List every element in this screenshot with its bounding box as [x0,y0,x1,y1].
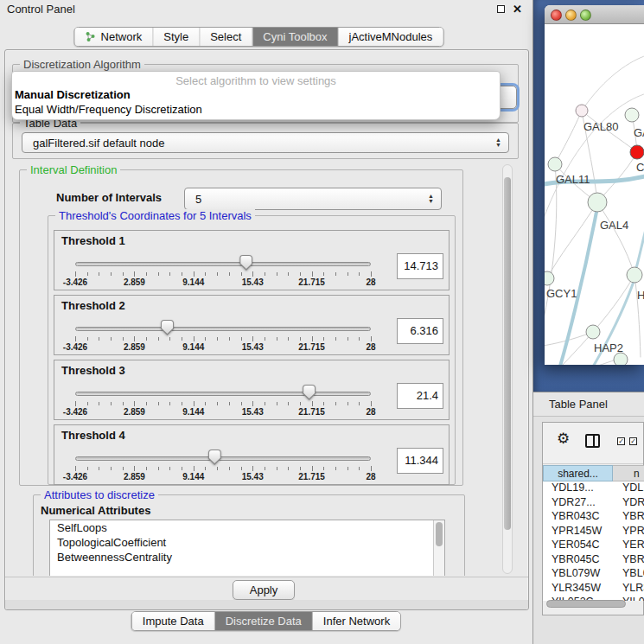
tab-jactivemnodules[interactable]: jActiveMNodules [338,28,443,46]
divider [5,577,528,577]
group-label: Threshold's Coordinates for 5 Intervals [55,209,255,222]
table-row[interactable]: YBL079WYBL0 [543,567,644,582]
threshold-value-field[interactable]: 21.4 [397,383,443,409]
threshold-value-field[interactable]: 14.713 [397,253,443,279]
slider-thumb[interactable] [208,450,221,465]
close-traffic-light-icon[interactable] [551,10,562,21]
network-node [630,145,644,159]
network-edge [555,111,582,164]
tab-style[interactable]: Style [153,28,200,46]
table-rows: YDL19...YDL1YDR27...YDR2YBR043CYBR0YPR14… [543,481,644,601]
tab-infer-network[interactable]: Infer Network [313,612,400,630]
num-intervals-label: Number of Intervals [56,191,162,204]
dropdown-option-manual[interactable]: Manual Discretization [12,87,500,102]
top-tab-bar: NetworkStyleSelectCyni ToolboxjActiveMNo… [74,27,444,47]
network-node-label: GAL4 [600,219,628,232]
attribute-item[interactable]: BetweennessCentrality [50,550,444,564]
tab-select[interactable]: Select [200,28,252,46]
table-data-group: Table Data galFiltered.sif default node … [12,123,519,159]
minimize-traffic-light-icon[interactable] [565,10,577,21]
table-row[interactable]: YPR145WYPR1 [543,525,644,539]
table-horizontal-scrollbar[interactable] [545,600,641,609]
network-edge [593,275,634,332]
column-header-name[interactable]: n [613,465,644,481]
dropdown-option-equal-width[interactable]: Equal Width/Frequency Discretization [12,102,500,117]
network-edge [545,358,621,365]
network-node-label: C [636,161,644,174]
table-data-combobox[interactable]: galFiltered.sif default node ▲▼ [22,132,509,153]
network-node [586,325,600,339]
network-node-label: GCY1 [546,287,577,300]
tab-discretize-data[interactable]: Discretize Data [215,612,313,630]
network-view-window: GAL80GACGAL11GAL4GCY1HHAP2 [545,5,644,365]
combo-arrows-icon: ▲▼ [495,137,501,148]
apply-button[interactable]: Apply [233,580,295,600]
node-table: ⚙ ✓ ✓ shared... n YDL19...YDL1YDR27...YD… [542,422,644,615]
network-edge [597,202,634,275]
screen: Control Panel ✕ NetworkStyleSelectCyni T… [0,0,644,644]
tab-impute-data[interactable]: Impute Data [132,612,215,630]
threshold-value-field[interactable]: 6.316 [397,318,443,344]
threshold-label: Threshold 2 [61,299,125,312]
table-panel-body: ⚙ ✓ ✓ shared... n YDL19...YDL1YDR27...YD… [533,418,644,644]
table-toolbar: ⚙ ✓ ✓ [543,423,643,464]
right-area: GAL80GACGAL11GAL4GCY1HHAP2 Table Panel ⚙… [533,0,644,644]
settings-vertical-scrollbar[interactable] [502,164,513,574]
threshold-label: Threshold 3 [61,364,125,377]
num-intervals-spinner[interactable]: 5 ▲▼ [184,188,442,210]
attributes-list[interactable]: SelfLoopsTopologicalCoefficientBetweenne… [49,520,445,576]
threshold-label: Threshold 4 [61,429,125,442]
network-node [545,271,554,285]
threshold-panel: Threshold 3-3.4262.8599.14415.4321.71528… [54,360,450,420]
slider-thumb[interactable] [161,320,174,335]
table-row[interactable]: YBR045CYBR0 [543,553,644,568]
slider-thumb[interactable] [303,385,316,400]
attribute-item[interactable]: TopologicalCoefficient [50,535,444,550]
threshold-panel: Threshold 2-3.4262.8599.14415.4321.71528… [54,295,450,355]
attributes-group: Attributes to discretize Numerical Attri… [33,494,465,576]
gear-icon[interactable]: ⚙ [557,430,570,448]
threshold-slider[interactable]: -3.4262.8599.14415.4321.71528 [75,448,371,484]
table-row[interactable]: YDR27...YDR2 [543,496,644,511]
slider-thumb[interactable] [239,255,252,271]
table-panel-titlebar: Table Panel [533,392,644,417]
threshold-slider[interactable]: -3.4262.8599.14415.4321.71528 [75,253,371,290]
network-window-titlebar[interactable] [545,5,644,24]
network-edge [582,55,644,111]
close-icon[interactable]: ✕ [513,3,522,16]
settings-scroll-area: Interval Definition Number of Intervals … [6,161,501,576]
attributes-list-scrollbar[interactable] [433,520,444,576]
tab-cyni-toolbox[interactable]: Cyni Toolbox [252,28,338,46]
threshold-slider[interactable]: -3.4262.8599.14415.4321.71528 [75,383,371,419]
threshold-slider[interactable]: -3.4262.8599.14415.4321.71528 [75,318,371,354]
table-row[interactable]: YLR345WYLR3 [543,582,644,596]
checkbox-icon[interactable]: ✓ [617,437,625,445]
tab-network[interactable]: Network [75,28,154,46]
network-node-label: H [637,289,644,302]
numerical-attributes-label: Numerical Attributes [41,504,150,517]
network-node [614,353,628,365]
network-node [627,267,642,283]
spinner-arrows-icon: ▲▼ [428,194,434,204]
checkbox-icon[interactable]: ✓ [629,437,637,445]
float-window-icon[interactable] [497,5,505,13]
threshold-panel: Threshold 1-3.4262.8599.14415.4321.71528… [54,230,450,290]
table-row[interactable]: YDL19...YDL1 [543,481,644,496]
threshold-value-field[interactable]: 11.344 [397,448,443,474]
network-node-label: GAL11 [556,173,590,186]
threshold-panel: Threshold 4-3.4262.8599.14415.4321.71528… [54,424,450,485]
table-row[interactable]: YBR043CYBR0 [543,510,644,525]
attribute-item[interactable]: SelfLoops [50,520,444,535]
table-row[interactable]: YER054CYER0 [543,539,644,553]
bottom-tab-bar: Impute DataDiscretize DataInfer Network [131,611,401,631]
threshold-label: Threshold 1 [61,234,125,247]
network-canvas[interactable]: GAL80GACGAL11GAL4GCY1HHAP2 [545,24,644,365]
group-label: Discretization Algorithm [20,58,144,71]
table-data-value: galFiltered.sif default node [33,137,164,150]
columns-icon[interactable] [585,434,600,448]
network-node [588,193,607,212]
cytoscape-desktop: GAL80GACGAL11GAL4GCY1HHAP2 [533,0,644,392]
zoom-traffic-light-icon[interactable] [580,10,591,21]
column-header-shared[interactable]: shared... [543,465,613,481]
dropdown-hint: Select algorithm to view settings [12,72,500,87]
